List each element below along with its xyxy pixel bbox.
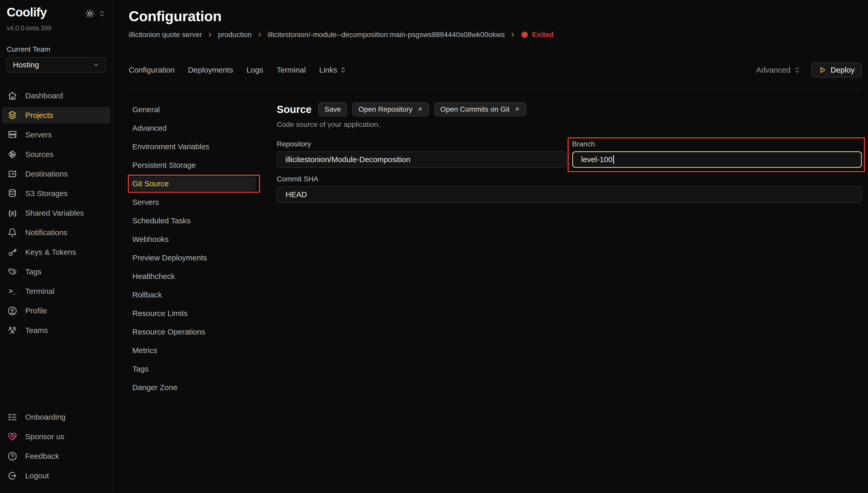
chevrons-up-down-icon	[340, 67, 346, 73]
sidebar-item-destinations[interactable]: Destinations	[2, 166, 110, 182]
sidebar-item-profile[interactable]: Profile	[2, 303, 110, 319]
subnav-item-webhooks[interactable]: Webhooks	[131, 232, 256, 246]
sidebar-item-teams[interactable]: Teams	[2, 322, 110, 339]
subnav-item-metrics[interactable]: Metrics	[131, 343, 256, 358]
advanced-dropdown[interactable]: Advanced	[756, 66, 801, 74]
list-checks-icon	[8, 412, 17, 422]
chevrons-up-down-icon	[793, 66, 801, 73]
subnav-item-environment-variables[interactable]: Environment Variables	[131, 140, 256, 154]
repository-input[interactable]: illicitestonion/Module-Decomposition	[277, 151, 567, 168]
open-commits-label: Open Commits on Git	[441, 105, 510, 113]
sidebar-item-label: Dashboard	[25, 91, 63, 100]
tab-deployments[interactable]: Deployments	[188, 66, 233, 74]
open-commits-button[interactable]: Open Commits on Git	[434, 102, 526, 116]
subnav-item-preview-deployments[interactable]: Preview Deployments	[131, 251, 256, 265]
sidebar: Coolify v4.0.0-beta.399 Current Team Hos…	[0, 0, 113, 493]
sidebar-item-label: Tags	[25, 267, 41, 276]
subnav-item-healthcheck[interactable]: Healthcheck	[131, 269, 256, 283]
sidebar-item-label: Feedback	[25, 452, 59, 460]
save-button[interactable]: Save	[318, 102, 347, 116]
sidebar-item-label: S3 Storages	[25, 189, 68, 198]
tabbar-divider	[129, 89, 862, 90]
sidebar-item-notifications[interactable]: Notifications	[2, 224, 110, 241]
sidebar-item-onboarding[interactable]: Onboarding	[2, 409, 110, 425]
subnav-item-resource-limits[interactable]: Resource Limits	[131, 306, 256, 321]
parens-x-icon: (x)	[8, 209, 17, 218]
subnav-item-danger-zone[interactable]: Danger Zone	[131, 380, 256, 395]
theme-toggle-sun-icon[interactable]	[85, 9, 94, 18]
sidebar-item-label: Projects	[25, 111, 53, 120]
repository-field: Repository illicitestonion/Module-Decomp…	[277, 140, 567, 168]
subnav-item-rollback[interactable]: Rollback	[131, 288, 256, 302]
sidebar-item-sources[interactable]: Sources	[2, 146, 110, 163]
breadcrumb: illicitonion quote server production ill…	[129, 30, 862, 39]
user-circle-icon	[8, 306, 17, 316]
subnav-item-resource-operations[interactable]: Resource Operations	[131, 325, 256, 339]
sidebar-item-logout[interactable]: Logout	[2, 468, 110, 484]
tab-links[interactable]: Links	[319, 66, 346, 74]
deploy-button[interactable]: Deploy	[812, 63, 862, 78]
sidebar-item-label: Teams	[25, 326, 48, 335]
git-source-panel: Source Save Open Repository Open Commits…	[277, 102, 862, 493]
main-content: Configuration illicitonion quote server …	[113, 0, 868, 493]
sidebar-item-dashboard[interactable]: Dashboard	[2, 87, 110, 104]
subnav-item-persistent-storage[interactable]: Persistent Storage	[131, 158, 256, 172]
app-version: v4.0.0-beta.399	[7, 24, 106, 32]
theme-select-chevrons-icon[interactable]	[98, 10, 106, 17]
breadcrumb-application[interactable]: illicitestonion/-module--decomposition:m…	[268, 30, 505, 39]
subnav-item-tags[interactable]: Tags	[131, 362, 256, 376]
branch-label: Branch	[572, 140, 862, 148]
tab-terminal[interactable]: Terminal	[277, 66, 306, 74]
sidebar-item-terminal[interactable]: >_ Terminal	[2, 283, 110, 300]
current-team-label: Current Team	[0, 45, 112, 53]
tab-links-label: Links	[319, 66, 337, 74]
tab-logs[interactable]: Logs	[247, 66, 263, 74]
sidebar-item-feedback[interactable]: Feedback	[2, 448, 110, 465]
subnav-item-servers[interactable]: Servers	[131, 195, 256, 210]
page-title: Configuration	[129, 8, 862, 24]
sidebar-footer-menu: Onboarding Sponsor us Feedback Logout	[0, 409, 112, 493]
tab-configuration[interactable]: Configuration	[129, 66, 174, 74]
sidebar-item-projects[interactable]: Projects	[2, 107, 110, 124]
breadcrumb-environment[interactable]: production	[218, 30, 252, 39]
sidebar-item-label: Destinations	[25, 170, 68, 178]
key-icon	[8, 248, 17, 257]
sidebar-header: Coolify v4.0.0-beta.399	[0, 0, 112, 32]
open-repository-button[interactable]: Open Repository	[352, 102, 429, 116]
status-dot-icon	[521, 31, 528, 39]
branch-input[interactable]: level-100	[572, 151, 862, 168]
chevron-down-icon	[93, 62, 99, 68]
advanced-label: Advanced	[756, 66, 790, 74]
sidebar-item-label: Onboarding	[25, 413, 66, 422]
repository-value: illicitestonion/Module-Decomposition	[285, 155, 410, 164]
chevron-right-icon	[207, 31, 213, 38]
sidebar-item-tags[interactable]: Tags	[2, 263, 110, 280]
subnav-item-scheduled-tasks[interactable]: Scheduled Tasks	[131, 214, 256, 228]
source-description: Code source of your application.	[277, 121, 862, 129]
sidebar-item-sponsor-us[interactable]: Sponsor us	[2, 428, 110, 445]
sidebar-item-keys-tokens[interactable]: Keys & Tokens	[2, 244, 110, 260]
team-select[interactable]: Hosting	[6, 57, 106, 72]
subnav-item-general[interactable]: General	[131, 102, 256, 117]
subnav-item-git-source[interactable]: Git Source	[131, 176, 256, 191]
map-icon	[8, 169, 17, 178]
sidebar-item-shared-variables[interactable]: (x) Shared Variables	[2, 205, 110, 221]
app-logo: Coolify	[7, 5, 47, 19]
breadcrumb-project[interactable]: illicitonion quote server	[129, 30, 202, 39]
play-icon	[819, 66, 827, 74]
commit-sha-input[interactable]: HEAD	[277, 186, 862, 203]
sidebar-item-label: Logout	[25, 471, 49, 480]
subnav-item-advanced[interactable]: Advanced	[131, 121, 256, 135]
sidebar-item-label: Sponsor us	[25, 432, 64, 441]
sidebar-item-label: Notifications	[25, 228, 67, 237]
deploy-label: Deploy	[831, 66, 854, 74]
commit-sha-field: Commit SHA HEAD	[277, 175, 862, 203]
sidebar-item-s3-storages[interactable]: S3 Storages	[2, 185, 110, 202]
server-icon	[8, 130, 17, 140]
sidebar-item-label: Servers	[25, 130, 52, 139]
sidebar-item-label: Keys & Tokens	[25, 248, 76, 257]
git-diamond-icon	[8, 150, 17, 159]
sidebar-item-servers[interactable]: Servers	[2, 127, 110, 143]
arrow-up-right-icon	[417, 106, 423, 112]
logout-icon	[8, 471, 17, 480]
